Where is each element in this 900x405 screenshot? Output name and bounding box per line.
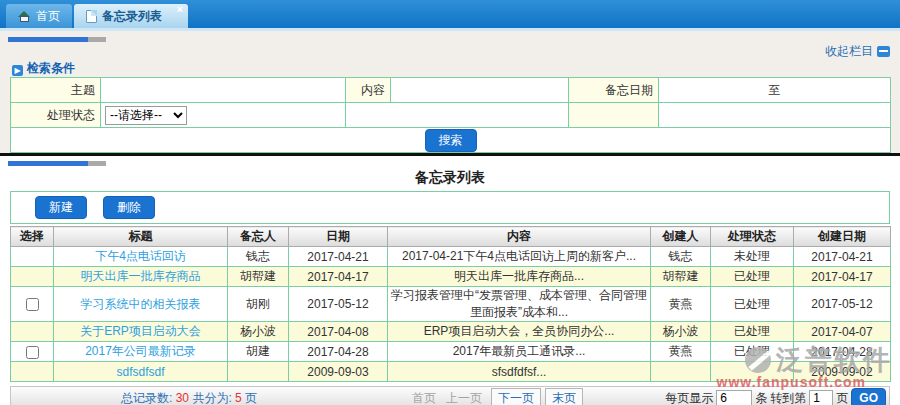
memo-title-link[interactable]: 学习系统中的相关报表 bbox=[81, 297, 201, 311]
creator-cell: 黄燕 bbox=[651, 342, 711, 362]
creator-cell: 钱志 bbox=[651, 247, 711, 267]
page-size-controls: 每页显示 条 转到第 页 GO bbox=[665, 388, 886, 405]
pagination-bar: 总记录数: 30 共分为: 5 页 首页 上一页 下一页 末页 每页显示 条 转… bbox=[10, 386, 890, 405]
empty-cell bbox=[346, 103, 569, 128]
created-cell: 2009-09-02 bbox=[794, 362, 891, 382]
collapse-icon[interactable] bbox=[877, 46, 890, 57]
memo-list-section: 备忘录列表 新建 删除 选择 标题 备忘人 日期 内容 创建人 处理状态 创建日… bbox=[0, 161, 900, 405]
memo-date-label: 备忘日期 bbox=[569, 78, 659, 103]
list-title: 备忘录列表 bbox=[0, 166, 900, 191]
table-row: 2017年公司最新记录 胡建 2017-04-28 2017年最新员工通讯录..… bbox=[11, 342, 891, 362]
column-header-title: 标题 bbox=[54, 227, 228, 247]
date-cell: 2017-04-21 bbox=[289, 247, 388, 267]
delete-button[interactable]: 删除 bbox=[103, 196, 155, 219]
home-icon bbox=[18, 11, 31, 22]
status-label: 处理状态 bbox=[11, 103, 101, 128]
memo-table: 选择 标题 备忘人 日期 内容 创建人 处理状态 创建日期 下午4点电话回访 钱… bbox=[10, 226, 891, 382]
column-header-creator: 创建人 bbox=[651, 227, 711, 247]
splitter-bar-top[interactable] bbox=[8, 37, 106, 42]
goto-page-input[interactable] bbox=[809, 390, 833, 405]
status-cell: 已处理 bbox=[711, 267, 794, 287]
tab-bar: 首页 备忘录列表 × bbox=[0, 0, 900, 28]
empty-label-cell bbox=[569, 103, 659, 128]
collapse-columns-link[interactable]: 收起栏目 bbox=[825, 44, 873, 58]
table-row: 明天出库一批库存商品 胡帮建 2017-04-17 明天出库一批库存商品... … bbox=[11, 267, 891, 287]
tab-home[interactable]: 首页 bbox=[6, 4, 72, 28]
pages-label: 共分为: bbox=[192, 391, 231, 405]
arrow-right-icon: ▶ bbox=[12, 65, 23, 76]
tab-memo-list[interactable]: 备忘录列表 × bbox=[74, 4, 188, 28]
date-cell: 2017-04-08 bbox=[289, 322, 388, 342]
row-checkbox[interactable] bbox=[26, 346, 39, 359]
creator-cell bbox=[651, 362, 711, 382]
last-page-button[interactable]: 末页 bbox=[545, 388, 583, 405]
memo-person-cell: 胡建 bbox=[228, 342, 289, 362]
search-conditions-label: 检索条件 bbox=[27, 61, 75, 75]
date-cell: 2009-09-03 bbox=[289, 362, 388, 382]
status-cell: 已处理 bbox=[711, 342, 794, 362]
memo-person-cell: 杨小波 bbox=[228, 322, 289, 342]
created-cell: 2017-04-28 bbox=[794, 342, 891, 362]
tab-home-label: 首页 bbox=[36, 8, 60, 25]
content-cell: sfsdfdfsf... bbox=[388, 362, 651, 382]
row-checkbox[interactable] bbox=[26, 298, 39, 311]
status-cell: 未处理 bbox=[711, 247, 794, 267]
go-button[interactable]: GO bbox=[851, 388, 886, 405]
memo-title-link[interactable]: 关于ERP项目启动大会 bbox=[80, 324, 201, 338]
creator-cell: 杨小波 bbox=[651, 322, 711, 342]
subject-input[interactable] bbox=[101, 80, 345, 100]
date-cell: 2017-04-17 bbox=[289, 267, 388, 287]
column-header-created: 创建日期 bbox=[794, 227, 891, 247]
memo-person-cell: 胡刚 bbox=[228, 287, 289, 322]
column-header-date: 日期 bbox=[289, 227, 388, 247]
goto-page-label: 转到第 bbox=[770, 390, 806, 405]
date-cell: 2017-04-28 bbox=[289, 342, 388, 362]
empty-cell bbox=[659, 103, 891, 128]
content-label: 内容 bbox=[346, 78, 391, 103]
first-page-link[interactable]: 首页 bbox=[407, 389, 441, 405]
per-page-input[interactable] bbox=[716, 390, 752, 405]
created-cell: 2017-04-17 bbox=[794, 267, 891, 287]
splitter-bar-middle[interactable] bbox=[8, 161, 106, 166]
created-cell: 2017-04-21 bbox=[794, 247, 891, 267]
next-page-button[interactable]: 下一页 bbox=[491, 388, 541, 405]
subject-label: 主题 bbox=[11, 78, 101, 103]
memo-person-cell bbox=[228, 362, 289, 382]
search-button[interactable]: 搜索 bbox=[425, 129, 477, 152]
content-cell: 2017年最新员工通讯录... bbox=[388, 342, 651, 362]
column-header-content: 内容 bbox=[388, 227, 651, 247]
memo-date-from-input[interactable] bbox=[659, 83, 765, 98]
status-select[interactable]: --请选择-- bbox=[105, 106, 187, 125]
table-row: sdfsdfsdf 2009-09-03 sfsdfdfsf... 2009-0… bbox=[11, 362, 891, 382]
search-form: 主题 内容 备忘日期 至 处理状态 --请选择-- bbox=[10, 77, 891, 153]
memo-title-link[interactable]: 明天出库一批库存商品 bbox=[81, 269, 201, 283]
content-input[interactable] bbox=[391, 80, 568, 100]
memo-title-link[interactable]: 2017年公司最新记录 bbox=[85, 344, 196, 358]
date-cell: 2017-05-12 bbox=[289, 287, 388, 322]
column-header-memo-person: 备忘人 bbox=[228, 227, 289, 247]
tab-memo-label: 备忘录列表 bbox=[102, 8, 162, 25]
memo-title-link[interactable]: sdfsdfsdf bbox=[116, 365, 164, 379]
column-header-select: 选择 bbox=[11, 227, 54, 247]
prev-page-link[interactable]: 上一页 bbox=[441, 389, 487, 405]
panel-divider bbox=[0, 153, 900, 156]
status-cell: 已处理 bbox=[711, 322, 794, 342]
status-cell: 已处理 bbox=[711, 287, 794, 322]
status-cell bbox=[711, 362, 794, 382]
column-header-status: 处理状态 bbox=[711, 227, 794, 247]
search-conditions-header: ▶检索条件 bbox=[12, 60, 900, 75]
new-button[interactable]: 新建 bbox=[35, 196, 87, 219]
memo-person-cell: 胡帮建 bbox=[228, 267, 289, 287]
document-icon bbox=[86, 10, 97, 23]
table-row: 下午4点电话回访 钱志 2017-04-21 2017-04-21下午4点电话回… bbox=[11, 247, 891, 267]
per-page-unit: 条 bbox=[755, 390, 767, 405]
pager: 首页 上一页 下一页 末页 bbox=[407, 388, 583, 405]
tab-close-icon[interactable]: × bbox=[177, 4, 183, 15]
content-cell: ERP项目启动大会，全员协同办公... bbox=[388, 322, 651, 342]
table-row: 学习系统中的相关报表 胡刚 2017-05-12 学习报表管理中“发票管理、成本… bbox=[11, 287, 891, 322]
memo-title-link[interactable]: 下午4点电话回访 bbox=[95, 249, 186, 263]
pages-unit: 页 bbox=[245, 391, 257, 405]
per-page-label: 每页显示 bbox=[665, 390, 713, 405]
creator-cell: 胡帮建 bbox=[651, 267, 711, 287]
memo-date-to-input[interactable] bbox=[785, 83, 891, 98]
